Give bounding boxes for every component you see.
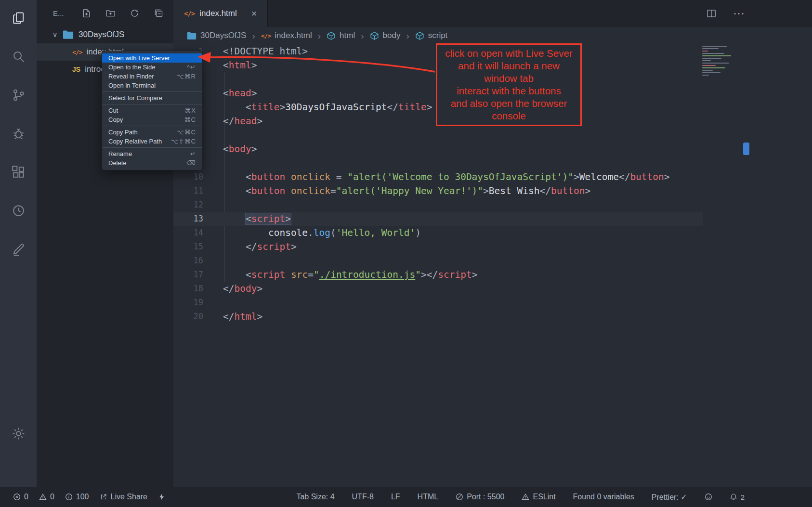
menu-item-open-in-terminal[interactable]: Open in Terminal — [102, 81, 202, 90]
code-token: = — [330, 185, 336, 196]
code-token: > — [251, 60, 257, 71]
menu-item-open-to-the-side[interactable]: Open to the Side^↵ — [102, 63, 202, 72]
edit-pen-icon[interactable] — [11, 242, 26, 257]
status-eslint[interactable]: ESLint — [522, 493, 555, 501]
menu-item-copy[interactable]: Copy⌘C — [102, 115, 202, 124]
status-label: UTF-8 — [352, 493, 374, 501]
more-actions-icon[interactable]: ⋯ — [733, 8, 745, 19]
search-icon[interactable] — [11, 49, 26, 64]
split-editor-icon[interactable] — [706, 8, 717, 19]
folder-icon — [187, 32, 196, 40]
port-icon — [456, 493, 463, 501]
code-line-12[interactable]: 12 — [173, 198, 703, 212]
menu-item-copy-path[interactable]: Copy Path⌥⌘C — [102, 128, 202, 137]
status-found-0-variables[interactable]: Found 0 variables — [573, 493, 634, 501]
extensions-icon[interactable] — [11, 165, 26, 180]
breadcrumb-item-script[interactable]: script — [415, 31, 448, 40]
menu-item-copy-relative-path[interactable]: Copy Relative Path⌥⇧⌘C — [102, 137, 202, 146]
code-line-14[interactable]: 14 console.log('Hello, World') — [173, 226, 703, 240]
code-line-11[interactable]: 11 <button onclick="alert('Happy New Yea… — [173, 184, 703, 198]
status-0[interactable]: 0 — [39, 493, 54, 501]
breadcrumb-item-body[interactable]: body — [370, 31, 401, 40]
code-line-19[interactable]: 19 — [173, 296, 703, 310]
code-token: title — [398, 102, 427, 113]
menu-item-label: Select for Compare — [108, 94, 162, 102]
status-live-share[interactable]: Live Share — [100, 493, 148, 501]
menu-separator — [103, 104, 202, 104]
code-token: < — [223, 88, 229, 99]
code-line-13[interactable]: 13 <script> — [173, 212, 703, 226]
line-number: 15 — [173, 240, 203, 254]
code-line-8[interactable]: 8<body> — [173, 142, 703, 156]
status-0[interactable]: 0 — [13, 493, 28, 501]
minimap-line — [702, 70, 713, 71]
settings-gear-icon[interactable] — [11, 426, 26, 441]
status-zap[interactable] — [158, 493, 166, 501]
code-text: <head> — [203, 86, 257, 100]
collapse-folders-icon[interactable] — [154, 8, 164, 18]
menu-item-reveal-in-finder[interactable]: Reveal in Finder⌥⌘R — [102, 72, 202, 81]
status-port-5500[interactable]: Port : 5500 — [456, 493, 504, 501]
run-debug-icon[interactable] — [11, 126, 26, 141]
tree-folder-30daysofjs[interactable]: ∨ 30DaysOfJS — [37, 26, 173, 43]
status-smiley[interactable] — [705, 493, 712, 501]
code-line-15[interactable]: 15 </script> — [173, 240, 703, 254]
status-bell[interactable]: 2 — [730, 493, 745, 501]
menu-item-cut[interactable]: Cut⌘X — [102, 106, 202, 115]
minimap-line — [702, 65, 716, 66]
code-line-7[interactable]: 7 — [173, 128, 703, 142]
refresh-icon[interactable] — [130, 8, 140, 18]
code-line-9[interactable]: 9 — [173, 156, 703, 170]
code-token: script — [251, 269, 285, 280]
status-label: LF — [391, 493, 400, 501]
menu-item-open-with-live-server[interactable]: Open with Live Server — [102, 53, 202, 63]
menu-item-rename[interactable]: Rename↵ — [102, 149, 202, 158]
status-prettier[interactable]: Prettier: ✓ — [652, 493, 687, 502]
code-token: " — [314, 269, 319, 280]
code-token — [223, 171, 246, 182]
code-token: </ — [223, 283, 234, 294]
warning-icon — [522, 493, 529, 501]
code-token: ./introduction.js — [319, 269, 416, 280]
new-folder-icon[interactable] — [105, 8, 116, 18]
status-lf[interactable]: LF — [391, 493, 400, 501]
source-control-icon[interactable] — [11, 88, 26, 103]
code-token: > — [472, 269, 478, 280]
status-html[interactable]: HTML — [418, 493, 439, 501]
new-file-icon[interactable] — [81, 8, 92, 18]
code-line-16[interactable]: 16 — [173, 254, 703, 268]
breadcrumb-separator: › — [252, 31, 255, 40]
line-number: 20 — [173, 310, 203, 324]
code-token: > — [585, 185, 590, 196]
menu-item-delete[interactable]: Delete⌫ — [102, 158, 202, 168]
scrollbar-marker[interactable] — [743, 143, 749, 155]
menu-item-select-for-compare[interactable]: Select for Compare — [102, 93, 202, 103]
folder-icon — [63, 30, 74, 39]
code-text: <!DOCTYPE html> — [203, 44, 308, 58]
breadcrumb-item-index-html[interactable]: </>index.html — [261, 31, 312, 40]
code-token: </ — [427, 269, 438, 280]
explorer-icon[interactable] — [11, 11, 26, 26]
status-tab-size-4[interactable]: Tab Size: 4 — [296, 493, 334, 501]
close-icon[interactable]: × — [251, 9, 257, 18]
breadcrumb-item-html[interactable]: html — [327, 31, 355, 40]
code-token: = — [330, 171, 347, 182]
line-number: 19 — [173, 296, 203, 310]
code-token — [223, 102, 246, 113]
breadcrumb-item-30daysofjs[interactable]: 30DaysOfJS — [187, 31, 246, 40]
code-token: < — [246, 171, 251, 182]
status-100[interactable]: 100 — [65, 493, 89, 501]
bell-icon — [730, 493, 737, 501]
timeline-clock-icon[interactable] — [11, 203, 26, 218]
code-line-18[interactable]: 18</body> — [173, 282, 703, 296]
minimap[interactable] — [702, 46, 744, 77]
code-line-20[interactable]: 20</html> — [173, 310, 703, 324]
info-icon — [65, 493, 73, 501]
tab-index-html[interactable]: </> index.html × — [173, 0, 268, 27]
code-line-10[interactable]: 10 <button onclick = "alert('Welcome to … — [173, 170, 703, 184]
code-token: < — [246, 102, 251, 113]
code-line-17[interactable]: 17 <script src="./introduction.js"></scr… — [173, 268, 703, 282]
menu-item-label: Copy Relative Path — [108, 138, 162, 145]
status-utf-8[interactable]: UTF-8 — [352, 493, 374, 501]
line-number: 11 — [173, 184, 203, 198]
